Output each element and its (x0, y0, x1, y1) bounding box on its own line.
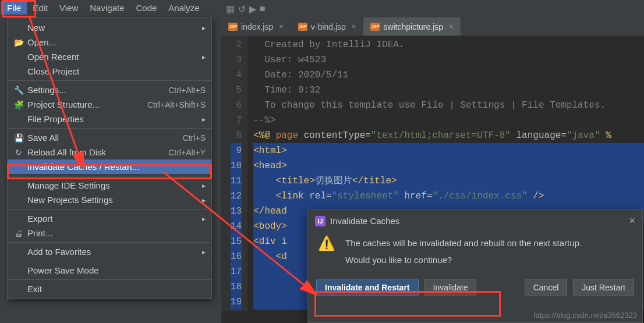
dialog-titlebar: IJ Invalidate Caches × (308, 210, 642, 232)
menu-view[interactable]: View (54, 1, 84, 15)
code-line: Date: 2020/5/11 (253, 68, 644, 83)
tab-label: v-bind.jsp (311, 22, 346, 31)
dialog-body: ⚠️ The caches will be invalidated and re… (308, 232, 642, 271)
code-line: <head> (253, 158, 644, 173)
line-number: 2 (231, 37, 242, 52)
invalidate-button[interactable]: Invalidate (424, 279, 477, 296)
code-line: Time: 9:32 (253, 83, 644, 98)
editor-tab[interactable]: JSPswitchpicture.jsp× (363, 17, 461, 36)
menu-item-icon: 🖨 (13, 229, 24, 238)
line-number: 10 (231, 158, 242, 173)
menu-item[interactable]: Open Recent (8, 49, 211, 64)
menu-item[interactable]: New (8, 20, 211, 35)
menu-label: Analyze (168, 3, 199, 13)
menu-label: File (7, 3, 21, 13)
line-number: 4 (231, 68, 242, 83)
menu-item-label: Reload All from Disk (27, 147, 168, 157)
toolbar-icon[interactable]: ↺ (238, 3, 246, 15)
menu-item[interactable]: 🖨Print... (8, 226, 211, 240)
menu-item-label: Open... (27, 37, 206, 47)
tab-label: switchpicture.jsp (383, 22, 443, 31)
line-number: 15 (231, 234, 242, 249)
menu-item-icon: 📂 (13, 38, 24, 47)
menu-item[interactable]: 🔧Settings...Ctrl+Alt+S (8, 83, 211, 97)
menu-label: Code (136, 3, 157, 13)
menu-item-label: Add to Favorites (27, 247, 206, 257)
code-line: To change this template use File | Setti… (253, 98, 644, 113)
dialog-title: Invalidate Caches (330, 216, 399, 226)
invalidate-restart-button[interactable]: Invalidate and Restart (316, 279, 419, 296)
code-line: <title>切换图片</title> (253, 173, 644, 189)
toolbar-icon[interactable]: ▦ (226, 3, 235, 15)
main-toolbar: ▦ ↺ ▶ ■ (221, 0, 644, 17)
line-number: 13 (231, 204, 242, 219)
line-number: 18 (231, 279, 242, 294)
cancel-button[interactable]: Cancel (525, 279, 568, 296)
menu-item[interactable]: ↻Reload All from DiskCtrl+Alt+Y (8, 145, 211, 159)
code-line: <link rel="stylesheet" href="./css/index… (253, 189, 644, 204)
menu-item-label: Close Project (27, 66, 206, 76)
line-number: 9 (231, 143, 242, 158)
menu-item-label: Exit (27, 284, 206, 294)
idea-logo-icon: IJ (315, 216, 325, 226)
menu-item[interactable]: File Properties (8, 112, 211, 126)
menu-edit[interactable]: Edit (27, 1, 54, 15)
close-tab-icon[interactable]: × (279, 22, 284, 31)
warning-icon: ⚠️ (319, 235, 335, 251)
menu-item-label: Save All (27, 133, 183, 143)
menu-item-shortcut: Ctrl+S (183, 133, 206, 143)
close-tab-icon[interactable]: × (449, 22, 454, 31)
menu-item[interactable]: Invalidate Caches / Restart... (8, 159, 211, 174)
menu-item-label: New Projects Settings (27, 195, 206, 205)
dialog-message: The caches will be invalidated and rebui… (345, 235, 582, 268)
menu-item[interactable]: Exit (8, 282, 211, 296)
menu-item[interactable]: Power Save Mode (8, 263, 211, 278)
watermark: https://blog.csdn.net/a3562323 (533, 311, 637, 320)
dialog-msg-line: The caches will be invalidated and rebui… (345, 235, 582, 252)
menu-item[interactable]: Export (8, 211, 211, 226)
editor-tabs: JSPindex.jsp×JSPv-bind.jsp×JSPswitchpict… (221, 17, 644, 36)
menu-code[interactable]: Code (130, 1, 162, 15)
jsp-file-icon: JSP (370, 23, 380, 31)
just-restart-button[interactable]: Just Restart (573, 279, 634, 296)
menu-item-shortcut: Ctrl+Alt+Y (168, 148, 206, 157)
menu-item[interactable]: Close Project (8, 64, 211, 79)
menu-item-icon: ↻ (13, 148, 24, 157)
menu-analyze[interactable]: Analyze (162, 1, 205, 15)
editor-tab[interactable]: JSPv-bind.jsp× (291, 17, 364, 36)
jsp-file-icon: JSP (298, 23, 307, 31)
file-menu-dropdown: New📂Open...Open RecentClose Project🔧Sett… (7, 17, 212, 299)
editor-tab[interactable]: JSPindex.jsp× (221, 17, 291, 36)
toolbar-icon[interactable]: ▶ (249, 3, 256, 15)
menu-item-label: Open Recent (27, 52, 206, 62)
menu-item-icon: 🔧 (13, 86, 24, 95)
toolbar-icon[interactable]: ■ (260, 3, 266, 14)
menu-item[interactable]: New Projects Settings (8, 193, 211, 207)
line-number: 12 (231, 189, 242, 204)
menu-label: Edit (33, 3, 48, 13)
menu-navigate[interactable]: Navigate (84, 1, 130, 15)
menu-item-icon: 💾 (13, 133, 24, 143)
line-number: 3 (231, 52, 242, 68)
close-tab-icon[interactable]: × (352, 22, 356, 31)
invalidate-dialog: IJ Invalidate Caches × ⚠️ The caches wil… (307, 210, 643, 323)
code-line: <%@ page contentType="text/html;charset=… (253, 128, 644, 143)
menu-item[interactable]: Add to Favorites (8, 244, 211, 259)
menu-item[interactable]: 🧩Project Structure...Ctrl+Alt+Shift+S (8, 97, 211, 112)
line-number: 5 (231, 83, 242, 98)
menu-file[interactable]: File (1, 1, 27, 15)
line-number: 19 (231, 294, 242, 310)
menu-item-label: Print... (27, 228, 206, 238)
line-number: 7 (231, 113, 242, 128)
menu-label: Navigate (90, 3, 124, 13)
code-line: --%> (253, 113, 644, 128)
menu-item-label: Invalidate Caches / Restart... (27, 162, 206, 172)
menu-item-label: New (27, 23, 206, 33)
close-icon[interactable]: × (629, 215, 635, 227)
jsp-file-icon: JSP (228, 23, 238, 31)
menu-item[interactable]: 📂Open... (8, 35, 211, 49)
menu-item[interactable]: 💾Save AllCtrl+S (8, 130, 211, 145)
menu-item-shortcut: Ctrl+Alt+S (168, 86, 206, 95)
line-number: 14 (231, 219, 242, 234)
menu-item[interactable]: Manage IDE Settings (8, 178, 211, 193)
